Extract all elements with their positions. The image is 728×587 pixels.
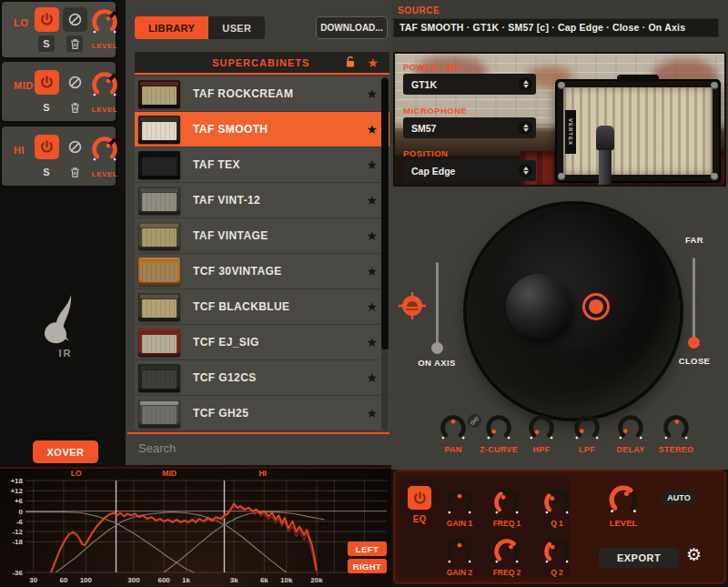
auto-button[interactable]: AUTO <box>662 491 695 505</box>
trash-button[interactable] <box>66 164 83 180</box>
delay-label: DELAY <box>616 445 644 454</box>
search-input[interactable] <box>127 434 389 462</box>
position-value: Cap Edge <box>403 166 519 177</box>
list-item[interactable]: TCF BLACKBLUE★ <box>135 289 389 325</box>
list-item[interactable]: TCF G12CS★ <box>135 360 389 396</box>
distance-slider[interactable] <box>693 258 695 344</box>
gain1-unit: GAIN 1 <box>434 487 485 528</box>
distance-handle[interactable] <box>688 337 700 349</box>
tab-user[interactable]: USER <box>208 16 265 39</box>
ir-logo: IR <box>36 295 95 359</box>
hpf-knob[interactable] <box>526 412 557 443</box>
xover-button[interactable]: XOVER <box>33 440 98 463</box>
poweramp-select[interactable]: GT1K <box>403 74 536 95</box>
lpf-knob[interactable] <box>571 412 602 443</box>
svg-text:+18: +18 <box>10 477 23 485</box>
star-icon[interactable]: ★ <box>366 158 378 171</box>
hpf-label: HPF <box>533 445 551 454</box>
delay-knob[interactable] <box>615 412 646 443</box>
trash-button[interactable] <box>66 35 83 52</box>
list-item[interactable]: TCF 30VINTAGE★ <box>135 254 389 289</box>
level-knob[interactable] <box>89 134 120 165</box>
on-axis-slider[interactable] <box>436 262 439 349</box>
svg-text:60: 60 <box>59 576 67 584</box>
on-axis-handle[interactable] <box>431 342 443 354</box>
freq2-knob[interactable] <box>491 536 522 567</box>
browser-tabs: LIBRARY USER <box>135 16 265 39</box>
mic-target-icon[interactable] <box>398 291 427 320</box>
source-label: SOURCE <box>398 5 440 15</box>
bypass-button[interactable] <box>63 135 87 159</box>
star-icon[interactable]: ★ <box>366 87 378 100</box>
list-item[interactable]: TAF ROCKCREAM★ <box>135 76 389 112</box>
star-icon[interactable]: ★ <box>366 336 378 349</box>
favorites-filter-icon[interactable]: ★ <box>367 56 379 69</box>
star-icon[interactable]: ★ <box>366 123 378 136</box>
solo-button[interactable]: S <box>38 164 55 180</box>
list-scrollbar[interactable] <box>381 76 389 430</box>
bypass-button[interactable] <box>63 7 87 32</box>
star-icon[interactable]: ★ <box>366 229 378 242</box>
level-knob[interactable] <box>89 6 120 37</box>
q1-knob[interactable] <box>541 487 572 518</box>
power-icon <box>40 76 54 89</box>
svg-text:3k: 3k <box>230 576 238 584</box>
level-knob[interactable] <box>89 69 120 100</box>
eq-power-button[interactable] <box>408 486 431 510</box>
list-item[interactable]: TAF VINTAGE★ <box>135 218 389 254</box>
gear-icon[interactable]: ⚙ <box>686 546 702 563</box>
right-channel-button[interactable]: RIGHT <box>348 559 387 573</box>
far-label: FAR <box>667 235 722 245</box>
list-item[interactable]: TCF EJ_SIG★ <box>135 325 389 360</box>
power-button[interactable] <box>35 135 59 159</box>
power-button[interactable] <box>35 70 59 95</box>
trash-icon <box>69 38 81 50</box>
corner-protector <box>711 82 718 89</box>
stereo-label: STEREO <box>659 445 694 454</box>
solo-button[interactable]: S <box>38 99 55 116</box>
svg-text:HI: HI <box>258 469 267 478</box>
q2-knob[interactable] <box>541 536 572 567</box>
channel-strip-hi: HI S LEVEL <box>2 127 116 186</box>
close-label: CLOSE <box>667 356 722 366</box>
star-icon[interactable]: ★ <box>366 407 378 420</box>
download-button[interactable]: DOWNLOAD... <box>316 16 388 39</box>
channel-strip-lo: LO S LEVEL <box>2 2 116 57</box>
list-item[interactable]: TAF TEX★ <box>135 147 389 183</box>
freq1-label: FREQ 1 <box>493 519 521 528</box>
list-item[interactable]: TCF GH25★ <box>135 396 389 431</box>
gain1-knob[interactable] <box>444 487 475 518</box>
list-item[interactable]: TAF VINT-12★ <box>135 183 389 218</box>
solo-button[interactable]: S <box>38 35 55 52</box>
freq1-knob[interactable] <box>491 487 522 518</box>
list-item[interactable]: TAF SMOOTH★ <box>135 112 389 147</box>
trash-button[interactable] <box>66 99 83 116</box>
channel-strip-mid: MID S LEVEL <box>2 62 116 121</box>
item-name: TAF ROCKCREAM <box>193 87 293 100</box>
zcurve-knob[interactable] <box>483 412 514 443</box>
tab-library[interactable]: LIBRARY <box>135 16 208 39</box>
item-name: TAF TEX <box>193 158 240 171</box>
cab-thumbnail <box>138 151 180 179</box>
output-level-knob[interactable] <box>606 482 641 517</box>
stereo-knob[interactable] <box>661 412 692 443</box>
export-button[interactable]: EXPORT <box>599 548 679 568</box>
trash-icon <box>69 102 81 114</box>
plugin-window: LO S LEVEL MID S LEVEL HI <box>0 0 728 587</box>
star-icon[interactable]: ★ <box>366 371 378 384</box>
microphone-select[interactable]: SM57 <box>403 117 536 138</box>
gain2-knob[interactable] <box>444 536 475 567</box>
left-channel-button[interactable]: LEFT <box>348 541 387 556</box>
mic-position-handle[interactable] <box>582 293 610 320</box>
scrollbar-thumb[interactable] <box>381 78 389 349</box>
star-icon[interactable]: ★ <box>366 265 378 278</box>
star-icon[interactable]: ★ <box>366 194 378 207</box>
position-select[interactable]: Cap Edge <box>403 160 536 181</box>
bypass-button[interactable] <box>63 70 87 95</box>
gain2-label: GAIN 2 <box>447 568 472 577</box>
lpf-label: LPF <box>579 445 595 454</box>
power-button[interactable] <box>35 7 59 32</box>
lock-icon[interactable] <box>345 56 356 68</box>
star-icon[interactable]: ★ <box>366 300 378 313</box>
pan-knob[interactable] <box>438 412 469 443</box>
